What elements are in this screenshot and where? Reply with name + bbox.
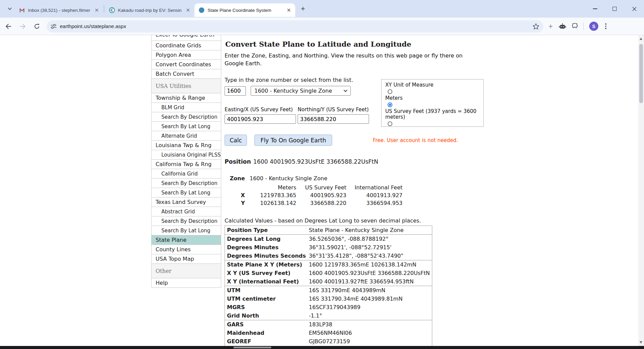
sidebar-item[interactable]: Batch Convert	[152, 69, 221, 79]
sidebar-item[interactable]: California Twp & Rng	[152, 160, 221, 169]
radio-icon[interactable]	[388, 102, 392, 107]
sidebar-item[interactable]: Louisiana Twp & Rng	[152, 141, 221, 150]
easting-input[interactable]	[225, 114, 296, 124]
calculated-values-table: Position Type State Plane - Kentucky Sin…	[225, 226, 432, 346]
table-row: Degrees Minutes Seconds 36°31'35.4128", …	[225, 252, 432, 260]
zone-select-value: 1600 - Kentucky Single Zone	[254, 88, 332, 94]
tab-search-button[interactable]	[5, 4, 15, 14]
sidebar-item[interactable]: Texas Land Survey	[152, 197, 221, 207]
ecosia-icon	[109, 7, 115, 13]
scroll-down-icon[interactable]	[640, 341, 642, 344]
sidebar-item-label: Alternate Grid	[161, 133, 197, 139]
sidebar-item-label: Convert Coordinates	[156, 61, 211, 68]
fly-to-google-earth-button[interactable]: Fly To On Google Earth	[254, 135, 332, 146]
sidebar-item[interactable]: Convert Coordinates	[152, 60, 221, 69]
maximize-button[interactable]	[605, 0, 624, 18]
usft-value: 3366588.220	[296, 199, 346, 207]
calc-button[interactable]: Calc	[225, 135, 247, 146]
northing-input[interactable]	[298, 114, 369, 124]
tab-close-icon[interactable]	[94, 7, 100, 13]
reload-button[interactable]	[31, 21, 43, 32]
vertical-scrollbar[interactable]	[638, 35, 644, 346]
menu-kebab-icon[interactable]	[604, 22, 608, 30]
sidebar-item[interactable]: Search By Lat Long	[152, 122, 221, 131]
close-button[interactable]	[624, 0, 644, 18]
sidebar-item[interactable]: Help	[152, 278, 221, 288]
sidebar-item[interactable]: California Grid	[152, 169, 221, 179]
unit-radio-option[interactable]: US Survey Feet (3937 yards = 3600 meters…	[385, 101, 483, 120]
sidebar-item-label: California Twp & Rng	[156, 161, 212, 167]
sidebar-item[interactable]: Polygon Area	[152, 50, 221, 60]
minimize-button[interactable]	[585, 0, 605, 18]
sidebar-item-label: Other	[156, 268, 171, 274]
row-label: UTM centimeter	[225, 295, 309, 303]
sidebar-item[interactable]: Search By Description	[152, 179, 221, 188]
tab-title: State Plane Coordinate System	[208, 8, 271, 13]
row-label: Grid North	[225, 311, 309, 320]
extensions-puzzle-icon[interactable]	[572, 23, 578, 29]
row-value: 16S 331790mE 4043989mN	[309, 286, 432, 295]
unit-radio-option[interactable]: International Feet (1 foot = .3048 meter…	[385, 120, 483, 127]
star-icon	[533, 23, 539, 29]
sidebar-item[interactable]: Township & Range	[152, 93, 221, 103]
tab-kakadu[interactable]: Kakadu road-trip by EV: Sensin	[105, 3, 194, 17]
sidebar-item[interactable]: Excel To Google Earth	[152, 35, 221, 41]
sparkle-icon[interactable]	[548, 24, 553, 29]
globe-icon	[199, 7, 205, 13]
col-header-intft: International Feet	[346, 184, 402, 191]
sidebar-item[interactable]: Coordinate Grids	[152, 41, 221, 50]
minimize-icon	[593, 8, 597, 9]
table-row: X Y (International Feet) 1600 4001913.92…	[225, 277, 432, 286]
sidebar-item[interactable]: USA Topo Map	[152, 254, 221, 264]
zone-label: Zone	[229, 174, 245, 182]
new-tab-button[interactable]: +	[298, 4, 308, 14]
sidebar-item[interactable]: Search By Lat Long	[152, 226, 221, 235]
sidebar-item[interactable]: County Lines	[152, 245, 221, 254]
sidebar-item[interactable]: Search By Lat Long	[152, 188, 221, 197]
sidebar-item[interactable]: Alternate Grid	[152, 131, 221, 141]
table-row: Position Type State Plane - Kentucky Sin…	[225, 226, 432, 234]
row-value: 36°31'35.4128", -088°52'43.7490"	[309, 252, 432, 260]
browser-toolbar: earthpoint.us/stateplane.aspx S	[0, 18, 644, 35]
radio-icon[interactable]	[388, 89, 392, 94]
tab-state-plane-active[interactable]: State Plane Coordinate System	[194, 3, 295, 17]
forward-button[interactable]	[17, 21, 28, 32]
radio-icon[interactable]	[388, 121, 392, 126]
table-row: Degrees Lat Long 36.5265036°, -088.87881…	[225, 234, 432, 243]
scroll-up-icon[interactable]	[640, 38, 642, 40]
page-content: Excel To Google Earth Coordinate Grids P…	[0, 35, 638, 346]
calculated-values-title: Calculated Values - based on Degrees Lat…	[225, 217, 492, 224]
vertical-scroll-thumb[interactable]	[639, 44, 643, 103]
zone-number-input[interactable]	[225, 86, 246, 96]
profile-avatar[interactable]: S	[589, 22, 598, 31]
zone-select[interactable]: 1600 - Kentucky Single Zone	[251, 86, 351, 96]
url-text[interactable]: earthpoint.us/stateplane.aspx	[60, 23, 533, 29]
tab-close-icon[interactable]	[185, 7, 191, 13]
tab-gmail[interactable]: Inbox (38,521) - stephen.filmer	[15, 3, 103, 17]
horizontal-scroll-thumb[interactable]	[233, 347, 271, 348]
sidebar-item-label: Louisiana Original PLSS	[161, 152, 221, 158]
row-label: X Y (International Feet)	[225, 277, 309, 286]
sidebar-item[interactable]: Search By Description	[152, 112, 221, 122]
intft-value: 3366594.953	[346, 199, 402, 207]
sidebar-item-label: BLM Grid	[161, 104, 184, 111]
unit-radio-option[interactable]: Meters	[385, 88, 483, 101]
horizontal-scrollbar[interactable]	[0, 346, 644, 349]
sidebar-item[interactable]: Search By Description	[152, 216, 221, 226]
address-bar[interactable]: earthpoint.us/stateplane.aspx	[47, 20, 543, 32]
robot-icon[interactable]	[559, 23, 566, 29]
meters-value: 1219783.365	[245, 191, 296, 199]
sidebar-item[interactable]: BLM Grid	[152, 103, 221, 112]
northing-label: Northing/Y (US Survey Feet)	[298, 107, 372, 113]
row-value: 36°31.59021', -088°52.72915'	[309, 243, 432, 252]
toolbar-right-icons: S	[548, 22, 608, 31]
sidebar-item[interactable]: Abstract Grid	[152, 207, 221, 216]
sidebar-item[interactable]: State Plane	[152, 235, 221, 245]
bookmark-star-button[interactable]	[533, 23, 539, 29]
sidebar-item[interactable]: Louisiana Original PLSS	[152, 150, 221, 160]
back-button[interactable]	[3, 21, 14, 32]
sidebar-menu: Excel To Google Earth Coordinate Grids P…	[151, 35, 221, 288]
position-row: Position1600 4001905.923UsFtE 3366588.22…	[225, 158, 492, 165]
tab-close-icon[interactable]	[286, 7, 292, 13]
sidebar-item-label: Coordinate Grids	[156, 42, 201, 49]
